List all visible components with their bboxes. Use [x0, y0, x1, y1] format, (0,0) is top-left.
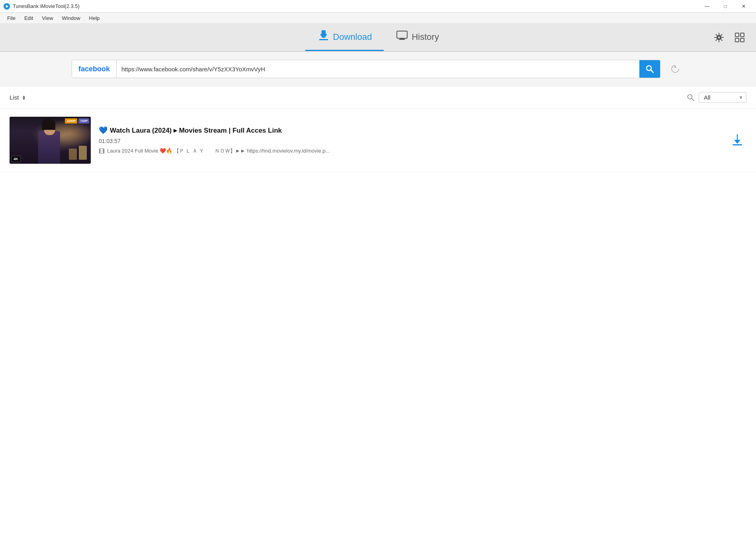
- download-tab-icon: [317, 29, 330, 45]
- minimize-button[interactable]: —: [698, 0, 716, 13]
- search-icon: [645, 65, 654, 73]
- svg-rect-16: [740, 33, 744, 37]
- svg-rect-9: [397, 31, 407, 38]
- gear-icon: [713, 32, 725, 43]
- svg-rect-8: [319, 39, 328, 40]
- monitor-icon: [396, 29, 408, 42]
- thumbnail-light2: [69, 149, 77, 160]
- svg-rect-17: [735, 38, 739, 42]
- video-info: 💙 Watch Laura (2024) ▸ Movies Stream | F…: [99, 126, 720, 155]
- url-search-button[interactable]: [639, 60, 660, 78]
- app-title: TunesBank iMovieTool(2.3.5): [13, 3, 80, 9]
- list-header: List All Video Audio ▼: [0, 86, 756, 109]
- badge-4k: 4K: [11, 156, 21, 162]
- app-icon: [3, 3, 10, 10]
- list-label: List: [10, 94, 19, 101]
- refresh-icon: [670, 64, 680, 74]
- thumbnail-person-hair: [42, 119, 55, 130]
- url-refresh-button[interactable]: [666, 60, 684, 78]
- menu-bar: File Edit View Window Help: [0, 13, 756, 24]
- svg-rect-29: [733, 144, 742, 145]
- video-list-item[interactable]: 1080P 720P 4K 💙 Watch Laura (2024) ▸ Mov…: [0, 109, 756, 172]
- grid-view-button[interactable]: [731, 29, 748, 46]
- history-tab-icon: [396, 29, 408, 45]
- filter-select[interactable]: All Video Audio: [699, 92, 746, 103]
- sort-arrows-icon: [21, 95, 27, 100]
- title-bar: TunesBank iMovieTool(2.3.5) — □ ✕: [0, 0, 756, 13]
- menu-view[interactable]: View: [38, 14, 57, 23]
- svg-marker-23: [23, 96, 25, 98]
- menu-edit[interactable]: Edit: [20, 14, 37, 23]
- url-input[interactable]: [117, 60, 639, 78]
- grid-icon: [734, 32, 745, 43]
- svg-rect-10: [400, 38, 404, 39]
- settings-button[interactable]: [711, 29, 727, 46]
- svg-point-14: [718, 36, 720, 39]
- svg-line-20: [651, 70, 654, 73]
- item-download-button[interactable]: [728, 131, 746, 149]
- svg-marker-24: [23, 98, 25, 100]
- list-search-icon: [687, 94, 695, 102]
- list-header-right: All Video Audio ▼: [687, 92, 746, 103]
- toolbar: Download History: [0, 24, 756, 52]
- menu-file[interactable]: File: [3, 14, 20, 23]
- list-search-button[interactable]: [687, 94, 695, 102]
- download-tab-label: Download: [333, 32, 372, 42]
- film-icon: 🎞: [99, 148, 105, 155]
- url-input-wrapper: facebook: [72, 60, 660, 78]
- toolbar-tabs: Download History: [305, 24, 451, 51]
- list-sort-button[interactable]: List: [10, 94, 27, 101]
- tab-download[interactable]: Download: [305, 24, 384, 51]
- thumbnail-person-body: [38, 131, 60, 164]
- filter-wrapper: All Video Audio ▼: [699, 92, 746, 103]
- video-title: 💙 Watch Laura (2024) ▸ Movies Stream | F…: [99, 126, 720, 135]
- thumbnail-light1: [79, 146, 87, 160]
- url-source-badge: facebook: [72, 60, 117, 78]
- svg-rect-7: [321, 30, 325, 35]
- badge-720p: 720P: [78, 118, 89, 123]
- svg-marker-28: [734, 140, 740, 144]
- content-area: List All Video Audio ▼: [0, 86, 756, 541]
- video-description: 🎞 Laura 2024 Full Movie ❤️🔥 【Ｐ Ｌ Ａ Ｙ ＮＯＷ…: [99, 147, 720, 155]
- menu-help[interactable]: Help: [85, 14, 104, 23]
- heart-icon: 💙: [99, 126, 107, 135]
- video-description-text: Laura 2024 Full Movie ❤️🔥 【Ｐ Ｌ Ａ Ｙ ＮＯＷ】►…: [107, 147, 330, 155]
- title-bar-left: TunesBank iMovieTool(2.3.5): [3, 3, 80, 10]
- svg-line-26: [692, 98, 694, 101]
- maximize-button[interactable]: □: [716, 0, 735, 13]
- thumbnail-badges: 1080P 720P: [65, 118, 89, 123]
- download-icon: [317, 29, 330, 42]
- title-controls: — □ ✕: [698, 0, 753, 13]
- tab-history[interactable]: History: [384, 24, 451, 51]
- close-button[interactable]: ✕: [735, 0, 753, 13]
- video-duration: 01:03:57: [99, 138, 720, 144]
- svg-rect-11: [399, 39, 405, 40]
- toolbar-right: [711, 29, 748, 46]
- badge-1080p: 1080P: [65, 118, 77, 123]
- url-bar-area: facebook: [0, 52, 756, 86]
- menu-window[interactable]: Window: [58, 14, 84, 23]
- thumbnail-background: [10, 117, 91, 164]
- video-title-text: Watch Laura (2024) ▸ Movies Stream | Ful…: [110, 126, 282, 135]
- svg-rect-18: [740, 38, 744, 42]
- item-download-icon: [730, 133, 744, 147]
- svg-rect-15: [735, 33, 739, 37]
- video-thumbnail: 1080P 720P 4K: [10, 117, 91, 164]
- history-tab-label: History: [412, 32, 439, 42]
